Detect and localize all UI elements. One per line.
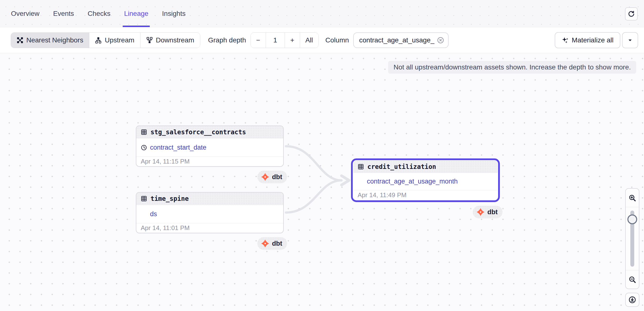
downstream-icon	[146, 37, 153, 43]
clock-icon	[141, 144, 147, 151]
node-column-name: ds	[150, 210, 157, 218]
table-icon	[141, 129, 147, 135]
node-timestamp: Apr 14, 11:49 PM	[353, 190, 498, 200]
dbt-badge[interactable]: dbt	[473, 206, 502, 218]
tab-checks[interactable]: Checks	[88, 0, 110, 27]
dbt-badge-label: dbt	[272, 240, 282, 247]
zoom-out-button[interactable]	[626, 270, 639, 289]
lineage-node-stg-salesforce-contracts[interactable]: stg_salesforce__contracts contract_start…	[136, 125, 284, 167]
node-column-row[interactable]: contract_start_date	[136, 138, 283, 156]
dbt-logo-icon	[261, 239, 270, 248]
node-column-name: contract_age_at_usage_month	[367, 178, 458, 185]
view-mode-downstream[interactable]: Downstream	[140, 33, 200, 48]
depth-value: 1	[266, 33, 285, 48]
materialize-split-button: Materialize all	[555, 32, 638, 48]
depth-notice-banner: Not all upstream/downstream assets shown…	[388, 61, 636, 74]
tab-events[interactable]: Events	[53, 0, 74, 27]
refresh-button[interactable]	[625, 7, 638, 20]
upstream-icon	[95, 37, 102, 43]
lineage-toolbar: Nearest Neighbors Upstream	[0, 27, 644, 53]
column-filter-value: contract_age_at_usage_	[359, 36, 434, 44]
lineage-edges	[0, 53, 644, 311]
materialize-all-label: Materialize all	[572, 36, 614, 44]
circle-x-icon[interactable]	[437, 36, 444, 44]
zoom-slider-handle[interactable]	[628, 215, 637, 224]
lineage-node-credit-utilization[interactable]: credit_utilization contract_age_at_usage…	[351, 158, 500, 202]
lineage-canvas[interactable]: Not all upstream/downstream assets shown…	[0, 53, 644, 311]
node-column-name: contract_start_date	[150, 144, 206, 151]
node-column-row[interactable]: ds	[136, 205, 283, 223]
nearest-neighbors-icon	[17, 37, 23, 43]
dbt-logo-icon	[261, 173, 270, 181]
view-mode-upstream[interactable]: Upstream	[89, 33, 140, 48]
dbt-logo-icon	[476, 208, 485, 216]
nav-tabs: Overview Events Checks Lineage Insights	[11, 0, 186, 27]
top-nav: Overview Events Checks Lineage Insights	[0, 0, 644, 27]
sparkles-icon	[562, 36, 569, 44]
zoom-slider	[626, 207, 639, 270]
column-filter-chip[interactable]: contract_age_at_usage_	[353, 32, 448, 48]
view-mode-label: Nearest Neighbors	[26, 36, 83, 44]
node-timestamp: Apr 14, 11:01 PM	[136, 223, 283, 233]
tab-insights[interactable]: Insights	[162, 0, 186, 27]
dbt-badge-label: dbt	[488, 208, 498, 216]
view-mode-label: Downstream	[156, 36, 194, 44]
download-snapshot-button[interactable]	[625, 293, 639, 307]
dbt-badge-label: dbt	[272, 173, 282, 181]
caret-down-icon	[628, 37, 633, 43]
table-icon	[358, 164, 364, 170]
materialize-all-button[interactable]: Materialize all	[555, 32, 620, 48]
zoom-out-icon	[628, 276, 636, 284]
node-header: time_spine	[136, 193, 283, 205]
view-mode-label: Upstream	[105, 36, 134, 44]
depth-increment-button[interactable]: +	[285, 33, 300, 48]
refresh-icon	[628, 10, 635, 17]
depth-decrement-button[interactable]: −	[251, 33, 266, 48]
node-title: stg_salesforce__contracts	[150, 128, 246, 136]
zoom-in-button[interactable]	[626, 189, 639, 207]
view-mode-switcher: Nearest Neighbors Upstream	[11, 32, 200, 48]
node-timestamp: Apr 14, 11:15 PM	[136, 156, 283, 166]
view-mode-nearest-neighbors[interactable]: Nearest Neighbors	[11, 33, 89, 48]
zoom-in-icon	[628, 194, 636, 202]
tab-overview[interactable]: Overview	[11, 0, 40, 27]
download-circle-icon	[628, 296, 636, 304]
dbt-badge[interactable]: dbt	[257, 171, 287, 183]
depth-all-button[interactable]: All	[300, 33, 318, 48]
dbt-badge[interactable]: dbt	[257, 237, 287, 250]
column-filter-label: Column	[326, 36, 349, 44]
lineage-node-time-spine[interactable]: time_spine ds Apr 14, 11:01 PM	[136, 192, 284, 233]
graph-depth-stepper: − 1 + All	[250, 32, 318, 48]
node-column-row[interactable]: contract_age_at_usage_month	[353, 173, 498, 190]
table-icon	[141, 196, 147, 202]
node-title: credit_utilization	[367, 163, 436, 170]
node-title: time_spine	[150, 195, 189, 202]
node-header: stg_salesforce__contracts	[136, 126, 283, 138]
node-header: credit_utilization	[353, 161, 498, 173]
tab-lineage[interactable]: Lineage	[124, 0, 148, 27]
lineage-page: Overview Events Checks Lineage Insights	[0, 0, 644, 311]
materialize-dropdown-button[interactable]	[622, 32, 638, 48]
zoom-control-panel	[625, 188, 639, 289]
graph-depth-label: Graph depth	[208, 36, 246, 44]
